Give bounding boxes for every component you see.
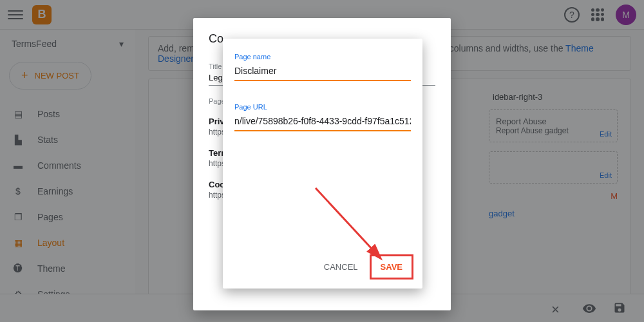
page-name-input[interactable]: [234, 63, 411, 81]
cancel-button[interactable]: CANCEL: [316, 258, 366, 276]
page-edit-dialog: Page name Page URL CANCEL SAVE: [223, 39, 422, 289]
page-url-label: Page URL: [234, 103, 411, 111]
save-highlight-annotation: SAVE: [370, 254, 413, 279]
page-name-label: Page name: [234, 53, 411, 61]
save-button[interactable]: SAVE: [373, 258, 410, 276]
page-url-input[interactable]: [234, 113, 411, 131]
